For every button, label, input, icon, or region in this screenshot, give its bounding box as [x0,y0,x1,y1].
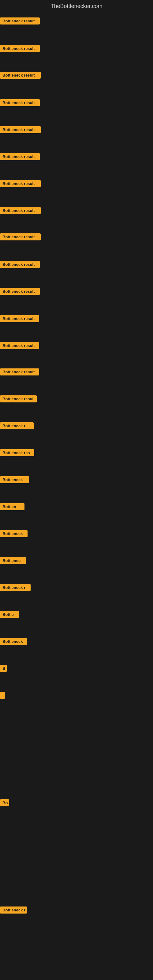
bottleneck-result-item[interactable]: Bottleneck result [0,45,40,52]
bottleneck-result-item[interactable]: Bottleneck result [0,18,40,24]
site-title: TheBottlenecker.com [0,0,153,11]
bottleneck-result-item[interactable]: Bottleneck result [0,233,41,240]
bottleneck-result-item[interactable]: Bottleneck [0,530,27,537]
bottleneck-result-item[interactable]: Bottleneck result [0,368,39,375]
bottleneck-result-item[interactable]: Bottleneck result [0,315,39,322]
bottleneck-result-item[interactable]: Bottle [0,611,19,618]
bottleneck-result-item[interactable]: Bottleneck result [0,126,41,133]
bottleneck-result-item[interactable]: Bottleneck result [0,153,40,160]
bottleneck-result-item[interactable]: B [0,665,7,672]
bottleneck-result-item[interactable]: Bottleneck result [0,72,41,79]
bottleneck-result-item[interactable]: Bo [0,799,9,807]
bottleneck-result-item[interactable]: Bottleneck result [0,261,40,268]
bottleneck-result-item[interactable]: Bottleneck result [0,180,41,187]
bottleneck-result-item[interactable]: Bottleneck [0,638,27,645]
bottleneck-result-item[interactable]: Bottlen [0,503,24,510]
bottleneck-result-item[interactable]: | [0,692,5,699]
bottleneck-result-item[interactable]: Bottleneck result [0,207,41,214]
bottleneck-result-item[interactable]: Bottleneck result [0,288,40,295]
bottleneck-result-item[interactable]: Bottleneck r [0,584,30,591]
bottleneck-result-item[interactable]: Bottleneck [0,476,29,483]
bottleneck-result-item[interactable]: Bottleneck r [0,422,33,430]
bottleneck-result-item[interactable]: Bottleneck r [0,907,27,913]
bottleneck-result-item[interactable]: Bottleneck result [0,342,39,349]
bottleneck-result-item[interactable]: Bottlenec [0,557,26,564]
bottleneck-result-item[interactable]: Bottleneck resul [0,395,37,402]
bottleneck-result-item[interactable]: Bottleneck res [0,449,34,456]
bottleneck-result-item[interactable]: Bottleneck result [0,99,40,106]
